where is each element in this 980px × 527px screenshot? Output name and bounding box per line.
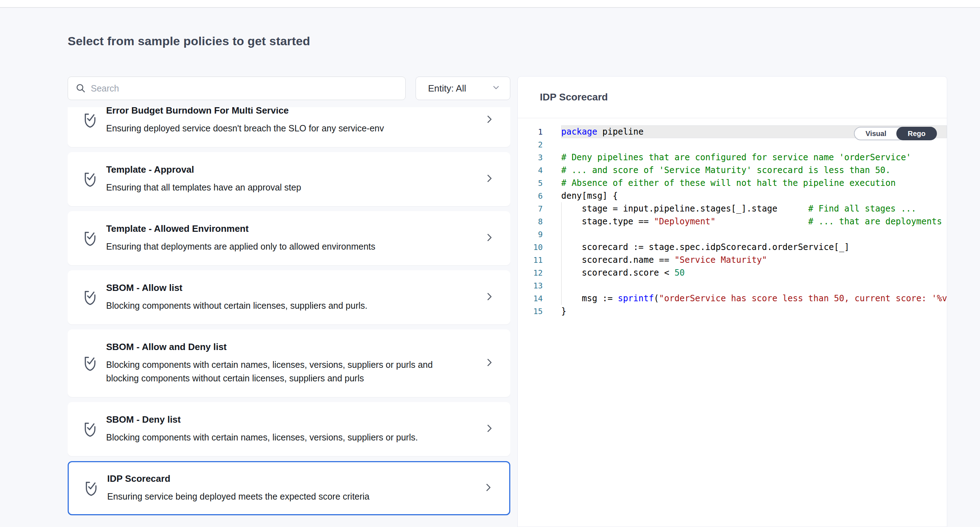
line-number: 2 bbox=[518, 140, 561, 149]
code-line-content: stage.type == "Deployment" # ... that ar… bbox=[561, 215, 947, 228]
policy-text: SBOM - Deny list Blocking components wit… bbox=[106, 414, 418, 444]
chevron-right-icon[interactable] bbox=[483, 481, 493, 495]
line-number: 14 bbox=[518, 294, 561, 303]
policy-title: SBOM - Allow and Deny list bbox=[106, 341, 466, 352]
indent-guide bbox=[561, 202, 562, 305]
code-line: 14 msg := sprintf("orderService has scor… bbox=[518, 292, 947, 305]
policy-description: Ensuring that all templates have an appr… bbox=[106, 180, 301, 194]
line-number: 10 bbox=[518, 243, 561, 252]
policy-description: Blocking components with certain names, … bbox=[106, 430, 418, 444]
code-line: 15 } bbox=[518, 305, 947, 318]
policy-title: Template - Allowed Environment bbox=[106, 223, 375, 234]
policy-title: IDP Scorecard bbox=[107, 473, 370, 484]
shield-check-icon bbox=[82, 354, 98, 373]
chevron-right-icon[interactable] bbox=[484, 231, 495, 245]
detail-panel-header: IDP Scorecard bbox=[518, 76, 947, 118]
policy-title: SBOM - Deny list bbox=[106, 414, 418, 425]
policy-description: Blocking components without certain lice… bbox=[106, 299, 368, 312]
code-line: 10 scorecard := stage.spec.idpScorecard.… bbox=[518, 241, 947, 253]
policy-card[interactable]: SBOM - Allow list Blocking components wi… bbox=[68, 270, 510, 325]
shield-check-icon bbox=[82, 170, 98, 188]
policy-card[interactable]: Template - Approval Ensuring that all te… bbox=[68, 152, 510, 206]
search-box[interactable] bbox=[68, 76, 406, 100]
line-number: 4 bbox=[518, 166, 561, 175]
chevron-right-icon[interactable] bbox=[484, 172, 495, 186]
shield-check-icon bbox=[82, 288, 98, 307]
top-bar bbox=[0, 0, 980, 8]
code-line: 9 bbox=[518, 228, 947, 241]
chevron-down-icon bbox=[492, 83, 501, 94]
policy-title: Template - Approval bbox=[106, 164, 301, 175]
detail-panel-title: IDP Scorecard bbox=[540, 92, 608, 103]
chevron-right-icon[interactable] bbox=[484, 422, 495, 436]
code-line-content: scorecard := stage.spec.idpScorecard.ord… bbox=[561, 241, 947, 253]
line-number: 9 bbox=[518, 230, 561, 239]
policy-toolbar: Entity: All bbox=[68, 76, 510, 100]
code-line-content: scorecard.name == "Service Maturity" bbox=[561, 253, 947, 266]
policy-text: SBOM - Allow list Blocking components wi… bbox=[106, 282, 368, 312]
toggle-rego-button[interactable]: Rego bbox=[896, 127, 937, 140]
policy-list[interactable]: Error Budget Burndown For Multi Service … bbox=[68, 107, 510, 527]
policy-card[interactable]: IDP Scorecard Ensuring service being dep… bbox=[68, 461, 510, 515]
policy-description: Ensuring deployed service doesn't breach… bbox=[106, 121, 384, 135]
code-line-content: deny[msg] { bbox=[561, 189, 947, 202]
line-number: 11 bbox=[518, 256, 561, 264]
toggle-visual-button[interactable]: Visual bbox=[855, 127, 897, 140]
policy-card[interactable]: Template - Allowed Environment Ensuring … bbox=[68, 211, 510, 265]
line-number: 12 bbox=[518, 269, 561, 277]
code-line: 3 # Deny pipelines that are configured f… bbox=[518, 151, 947, 164]
visual-rego-toggle[interactable]: VisualRego bbox=[854, 127, 937, 140]
code-line: 7 stage = input.pipeline.stages[_].stage… bbox=[518, 202, 947, 215]
shield-check-icon bbox=[82, 420, 98, 438]
shield-check-icon bbox=[83, 479, 99, 497]
policy-detail-panel: IDP Scorecard VisualRego 1 package pipel… bbox=[517, 76, 947, 527]
code-line-content: # Deny pipelines that are configured for… bbox=[561, 151, 947, 164]
page-title: Select from sample policies to get start… bbox=[68, 34, 310, 48]
line-number: 5 bbox=[518, 179, 561, 188]
policy-text: SBOM - Allow and Deny list Blocking comp… bbox=[106, 341, 466, 385]
code-line: 12 scorecard.score < 50 bbox=[518, 266, 947, 279]
code-editor[interactable]: 1 package pipeline 2 3 # Deny pipelines … bbox=[518, 118, 947, 318]
policy-text: Error Budget Burndown For Multi Service … bbox=[106, 107, 384, 135]
line-number: 15 bbox=[518, 307, 561, 316]
policy-title: SBOM - Allow list bbox=[106, 282, 368, 293]
policy-text: IDP Scorecard Ensuring service being dep… bbox=[107, 473, 370, 503]
chevron-right-icon[interactable] bbox=[484, 113, 495, 127]
code-line: 8 stage.type == "Deployment" # ... that … bbox=[518, 215, 947, 228]
policy-description: Ensuring that deployments are applied on… bbox=[106, 240, 375, 253]
line-number: 3 bbox=[518, 153, 561, 162]
policy-card[interactable]: SBOM - Allow and Deny list Blocking comp… bbox=[68, 330, 510, 397]
line-number: 13 bbox=[518, 281, 561, 290]
entity-filter-dropdown[interactable]: Entity: All bbox=[415, 76, 510, 100]
code-line-content: } bbox=[561, 305, 947, 318]
code-line: 5 # Absence of either of these will not … bbox=[518, 177, 947, 189]
search-input[interactable] bbox=[68, 76, 406, 100]
code-line: 4 # ... and score of 'Service Maturity' … bbox=[518, 164, 947, 177]
code-line-content: stage = input.pipeline.stages[_].stage #… bbox=[561, 202, 947, 215]
chevron-right-icon[interactable] bbox=[484, 357, 495, 370]
policy-card[interactable]: Error Budget Burndown For Multi Service … bbox=[68, 107, 510, 147]
code-line-content: scorecard.score < 50 bbox=[561, 266, 947, 279]
policy-title: Error Budget Burndown For Multi Service bbox=[106, 107, 384, 116]
code-line-content: # Absence of either of these will not ha… bbox=[561, 177, 947, 189]
policy-card[interactable]: SBOM - Deny list Blocking components wit… bbox=[68, 402, 510, 456]
code-line-content: msg := sprintf("orderService has score l… bbox=[561, 292, 947, 305]
policy-text: Template - Approval Ensuring that all te… bbox=[106, 164, 301, 194]
policy-description: Blocking components with certain names, … bbox=[106, 358, 466, 385]
code-line-content: # ... and score of 'Service Maturity' sc… bbox=[561, 164, 947, 177]
line-number: 8 bbox=[518, 217, 561, 226]
shield-check-icon bbox=[82, 229, 98, 247]
policy-description: Ensuring service being deployed meets th… bbox=[107, 490, 370, 503]
code-line-content bbox=[561, 279, 947, 292]
code-line: 6 deny[msg] { bbox=[518, 189, 947, 202]
line-number: 6 bbox=[518, 191, 561, 201]
line-number: 7 bbox=[518, 204, 561, 213]
shield-check-icon bbox=[82, 111, 98, 129]
policy-text: Template - Allowed Environment Ensuring … bbox=[106, 223, 375, 253]
entity-filter-label: Entity: All bbox=[428, 83, 466, 94]
chevron-right-icon[interactable] bbox=[484, 291, 495, 304]
code-line-content bbox=[561, 228, 947, 241]
code-line: 13 bbox=[518, 279, 947, 292]
line-number: 1 bbox=[518, 127, 561, 136]
code-line: 11 scorecard.name == "Service Maturity" bbox=[518, 253, 947, 266]
